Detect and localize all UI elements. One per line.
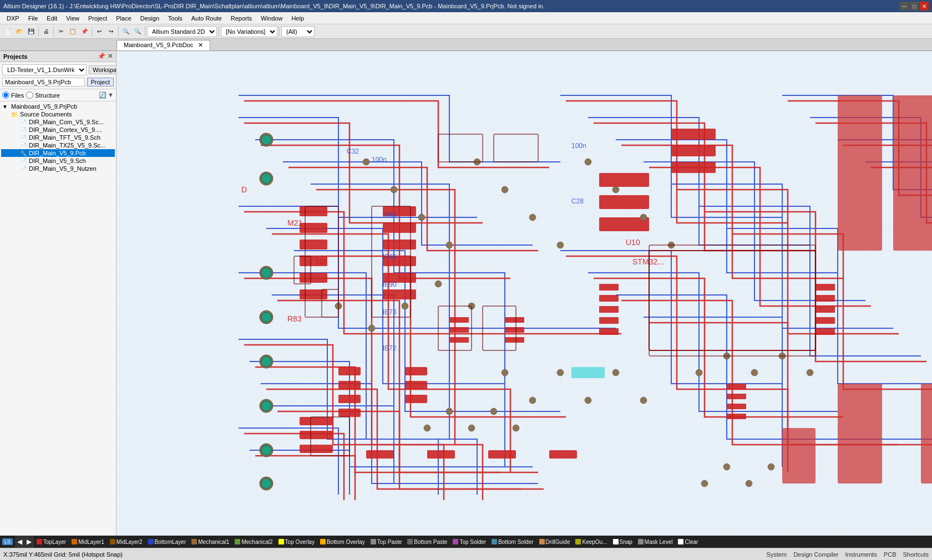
menu-item-view[interactable]: View [62, 14, 84, 23]
toolbar-open[interactable]: 📂 [14, 26, 25, 37]
workspace-button[interactable]: Workspace [89, 65, 116, 74]
toolbar-print[interactable]: 🖨 [40, 26, 52, 37]
toolbar-all-select[interactable]: (All) [281, 26, 315, 37]
tree-item-source-documents[interactable]: 📁Source Documents [1, 110, 115, 118]
toolbar-zoom-out[interactable]: 🔍 [132, 26, 143, 37]
tree-item-dir-main-tft-v5-9-sch[interactable]: 📄DIR_Main_TFT_V5_9.Sch [1, 134, 115, 141]
tree-label: DIR_Main_TX25_V5_9.Sc... [29, 142, 105, 149]
pcb-canvas[interactable]: D M21 10I R83 U10 STM32... 100n IR64 IR6… [116, 51, 932, 536]
toolbar-paste[interactable]: 📌 [79, 26, 90, 37]
tree-item-dir-main-tx25-v5-9-sc---[interactable]: 📄DIR_Main_TX25_V5_9.Sc... [1, 141, 115, 149]
layer-mechanical2[interactable]: Mechanical2 [232, 536, 275, 548]
structure-radio[interactable] [26, 91, 33, 99]
menu-item-help[interactable]: Help [287, 14, 308, 23]
layer-keepou...[interactable]: KeepOu... [573, 536, 610, 548]
titlebar-controls: ─ □ ✕ [900, 2, 929, 11]
sidebar-close[interactable]: ✕ [108, 53, 113, 60]
menu-item-file[interactable]: File [24, 14, 43, 23]
tree-item-dir-main-com-v5-9-sc---[interactable]: 📄DIR_Main_Com_V5_9.Sc... [1, 118, 115, 126]
files-label: Files [11, 92, 24, 99]
toolbar-copy[interactable]: 📋 [67, 26, 78, 37]
svg-rect-50 [505, 317, 524, 323]
toolbar-save[interactable]: 💾 [26, 26, 37, 37]
tree-item-dir-main-v5-9-pcb[interactable]: 🔧DIR_Main_V5_9.Pcb [1, 149, 115, 157]
layer-bottom-solder[interactable]: Bottom Solder [489, 536, 536, 548]
layer-mask-level[interactable]: Mask Level [635, 536, 676, 548]
file-icon: 📄 [20, 119, 28, 125]
sidebar-refresh[interactable]: 🔄 [99, 91, 107, 99]
layer-top-solder[interactable]: Top Solder [450, 536, 489, 548]
structure-tab[interactable]: Structure [26, 91, 60, 99]
statusbar-item-instruments[interactable]: Instruments [845, 551, 877, 558]
files-radio[interactable] [2, 91, 9, 99]
toolbar-new[interactable]: 📄 [2, 26, 13, 37]
layer-color-swatch [72, 539, 77, 544]
layer-top-paste[interactable]: Top Paste [368, 536, 404, 548]
menu-item-dxp[interactable]: DXP [2, 14, 24, 23]
toolbar-redo[interactable]: ↪ [105, 26, 116, 37]
statusbar-item-pcb[interactable]: PCB [884, 551, 896, 558]
dsnwrk-select[interactable]: LD-Tester_V1_1.DsnWrk [2, 64, 87, 75]
layer-top-overlay[interactable]: Top Overlay [276, 536, 317, 548]
svg-point-93 [502, 369, 508, 376]
menu-item-place[interactable]: Place [112, 14, 136, 23]
project-button[interactable]: Project [87, 78, 114, 86]
project-file-row: Mainboard_V5_9.PrjPcb Project [2, 78, 114, 86]
maximize-button[interactable]: □ [910, 2, 919, 11]
minimize-button[interactable]: ─ [900, 2, 909, 11]
files-tab[interactable]: Files [2, 91, 24, 99]
svg-rect-10 [300, 289, 327, 299]
layer-items-container: TopLayerMidLayer1MidLayer2BottomLayerMec… [34, 536, 701, 548]
layer-midlayer2[interactable]: MidLayer2 [107, 536, 145, 548]
layer-toplayer[interactable]: TopLayer [34, 536, 69, 548]
menu-item-edit[interactable]: Edit [42, 14, 62, 23]
svg-rect-52 [505, 337, 524, 343]
menu-item-tools[interactable]: Tools [164, 14, 187, 23]
menu-item-reports[interactable]: Reports [226, 14, 257, 23]
toolbar-variation-select[interactable]: [No Variations] [221, 26, 277, 37]
layer-bottomlayer[interactable]: BottomLayer [145, 536, 189, 548]
svg-point-108 [807, 369, 813, 376]
toolbar-undo[interactable]: ↩ [94, 26, 105, 37]
statusbar-item-system[interactable]: System [766, 551, 787, 558]
pcb-svg: D M21 10I R83 U10 STM32... 100n IR64 IR6… [116, 51, 932, 536]
pcb-canvas-area[interactable]: D M21 10I R83 U10 STM32... 100n IR64 IR6… [116, 51, 932, 536]
structure-label: Structure [35, 92, 60, 99]
svg-text:C28: C28 [571, 197, 584, 205]
layer-drillguide[interactable]: DrillGuide [536, 536, 573, 548]
sidebar-pin[interactable]: 📌 [98, 53, 105, 60]
close-button[interactable]: ✕ [920, 2, 929, 11]
menu-item-project[interactable]: Project [84, 14, 112, 23]
layer-clear[interactable]: Clear [675, 536, 701, 548]
layer-nav-prev[interactable]: ◀ [15, 536, 24, 548]
menu-item-auto-route[interactable]: Auto Route [187, 14, 226, 23]
layer-bottom-overlay[interactable]: Bottom Overlay [317, 536, 368, 548]
svg-point-80 [261, 478, 271, 488]
svg-point-81 [363, 159, 369, 165]
tree-item-dir-main-v5-9-nutzen[interactable]: 📄DIR_Main_V5_9_Nutzen [1, 165, 115, 172]
layer-mechanical1[interactable]: Mechanical1 [189, 536, 232, 548]
sidebar-tree-controls: 🔄 ▼ [99, 91, 114, 99]
svg-rect-24 [599, 284, 619, 291]
menu-item-design[interactable]: Design [136, 14, 164, 23]
toolbar-zoom-in[interactable]: 🔍 [120, 26, 131, 37]
layer-nav-next[interactable]: ▶ [24, 536, 34, 548]
svg-text:STM32...: STM32... [632, 257, 664, 266]
svg-point-87 [529, 214, 536, 221]
statusbar-item-design-compiler[interactable]: Design Compiler [793, 551, 838, 558]
tab-close[interactable]: ✕ [198, 42, 203, 48]
svg-rect-26 [599, 306, 619, 313]
toolbar-cut[interactable]: ✂ [55, 26, 67, 37]
toolbar-view-select[interactable]: Altium Standard 2D [147, 26, 217, 37]
statusbar-item-shortcuts[interactable]: Shortcuts [903, 551, 929, 558]
layer-bottom-paste[interactable]: Bottom Paste [404, 536, 450, 548]
tree-item-mainboard-v5-9-prjpcb[interactable]: ▼Mainboard_V5_9.PrjPcb [1, 103, 115, 110]
layer-label: Bottom Overlay [327, 539, 365, 545]
tree-item-dir-main-v5-9-sch[interactable]: 📄DIR_Main_V5_9.Sch [1, 157, 115, 165]
menu-item-window[interactable]: Window [256, 14, 287, 23]
tab-mainboard-pcb[interactable]: Mainboard_V5_9.PcbDoc ✕ [116, 40, 210, 50]
sidebar-config[interactable]: ▼ [108, 91, 114, 99]
tree-item-dir-main-cortex-v5-9----[interactable]: 📄DIR_Main_Cortex_V5_9.... [1, 126, 115, 134]
layer-snap[interactable]: Snap [610, 536, 635, 548]
layer-midlayer1[interactable]: MidLayer1 [69, 536, 107, 548]
